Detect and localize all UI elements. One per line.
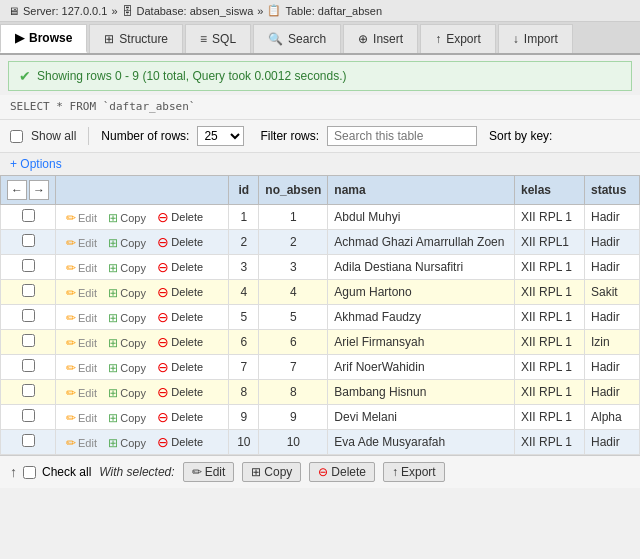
- check-all-checkbox[interactable]: [23, 466, 36, 479]
- edit-button-5[interactable]: ✏ Edit: [62, 310, 101, 326]
- info-message: Showing rows 0 - 9 (10 total, Query took…: [37, 69, 347, 83]
- footer-copy-button[interactable]: ⊞ Copy: [242, 462, 301, 482]
- search-tab-icon: 🔍: [268, 32, 283, 46]
- nav-right-arrow[interactable]: →: [29, 180, 49, 200]
- copy-button-3[interactable]: ⊞ Copy: [104, 260, 150, 276]
- data-table: ← → id no_absen nama kelas status ✏ Edit: [0, 175, 640, 455]
- show-all-checkbox[interactable]: [10, 130, 23, 143]
- row-checkbox-3[interactable]: [22, 259, 35, 272]
- row-id-cell: 6: [229, 330, 259, 355]
- row-checkbox-5[interactable]: [22, 309, 35, 322]
- row-checkbox-8[interactable]: [22, 384, 35, 397]
- delete-button-7[interactable]: ⊖ Delete: [153, 358, 207, 376]
- export-tab-label: Export: [446, 32, 481, 46]
- copy-button-7[interactable]: ⊞ Copy: [104, 360, 150, 376]
- copy-button-5[interactable]: ⊞ Copy: [104, 310, 150, 326]
- edit-button-2[interactable]: ✏ Edit: [62, 235, 101, 251]
- tab-sql[interactable]: ≡SQL: [185, 24, 251, 53]
- row-id-cell: 4: [229, 280, 259, 305]
- tab-browse[interactable]: ▶Browse: [0, 24, 87, 53]
- row-no-absen-cell: 8: [259, 380, 328, 405]
- footer-edit-button[interactable]: ✏ Edit: [183, 462, 235, 482]
- edit-button-8[interactable]: ✏ Edit: [62, 385, 101, 401]
- success-icon: ✔: [19, 68, 31, 84]
- delete-button-10[interactable]: ⊖ Delete: [153, 433, 207, 451]
- row-no-absen-cell: 6: [259, 330, 328, 355]
- rows-select[interactable]: 25 50 100: [197, 126, 244, 146]
- edit-button-4[interactable]: ✏ Edit: [62, 285, 101, 301]
- edit-button-9[interactable]: ✏ Edit: [62, 410, 101, 426]
- edit-button-7[interactable]: ✏ Edit: [62, 360, 101, 376]
- delete-button-5[interactable]: ⊖ Delete: [153, 308, 207, 326]
- row-status-cell: Hadir: [585, 205, 640, 230]
- footer-delete-button[interactable]: ⊖ Delete: [309, 462, 375, 482]
- edit-button-1[interactable]: ✏ Edit: [62, 210, 101, 226]
- tab-insert[interactable]: ⊕Insert: [343, 24, 418, 53]
- edit-label: Edit: [78, 237, 97, 249]
- edit-icon: ✏: [66, 211, 76, 225]
- show-all-label[interactable]: Show all: [31, 129, 76, 143]
- row-checkbox-10[interactable]: [22, 434, 35, 447]
- edit-button-10[interactable]: ✏ Edit: [62, 435, 101, 451]
- insert-tab-label: Insert: [373, 32, 403, 46]
- header-status[interactable]: status: [585, 176, 640, 205]
- delete-button-3[interactable]: ⊖ Delete: [153, 258, 207, 276]
- tab-export[interactable]: ↑Export: [420, 24, 496, 53]
- header-kelas[interactable]: kelas: [515, 176, 585, 205]
- copy-label: Copy: [120, 212, 146, 224]
- data-table-wrapper: ← → id no_absen nama kelas status ✏ Edit: [0, 175, 640, 455]
- copy-button-8[interactable]: ⊞ Copy: [104, 385, 150, 401]
- row-actions-cell: ✏ Edit ⊞ Copy ⊖ Delete: [56, 305, 229, 330]
- delete-button-6[interactable]: ⊖ Delete: [153, 333, 207, 351]
- copy-button-9[interactable]: ⊞ Copy: [104, 410, 150, 426]
- row-checkbox-9[interactable]: [22, 409, 35, 422]
- row-no-absen-cell: 7: [259, 355, 328, 380]
- tab-search[interactable]: 🔍Search: [253, 24, 341, 53]
- delete-label: Delete: [171, 336, 203, 348]
- options-bar[interactable]: + Options: [0, 153, 640, 175]
- copy-button-4[interactable]: ⊞ Copy: [104, 285, 150, 301]
- filter-input[interactable]: [327, 126, 477, 146]
- copy-button-1[interactable]: ⊞ Copy: [104, 210, 150, 226]
- copy-button-6[interactable]: ⊞ Copy: [104, 335, 150, 351]
- header-id[interactable]: id: [229, 176, 259, 205]
- row-checkbox-6[interactable]: [22, 334, 35, 347]
- tab-import[interactable]: ↓Import: [498, 24, 573, 53]
- title-sep1: »: [111, 5, 117, 17]
- check-all-label[interactable]: Check all: [42, 465, 91, 479]
- with-selected-label: With selected:: [99, 465, 174, 479]
- filter-label: Filter rows:: [260, 129, 319, 143]
- nav-left-arrow[interactable]: ←: [7, 180, 27, 200]
- row-nama-cell: Eva Ade Musyarafah: [328, 430, 515, 455]
- copy-label: Copy: [120, 387, 146, 399]
- row-actions-cell: ✏ Edit ⊞ Copy ⊖ Delete: [56, 430, 229, 455]
- footer-up-arrow[interactable]: ↑: [10, 464, 17, 480]
- row-checkbox-4[interactable]: [22, 284, 35, 297]
- copy-icon: ⊞: [108, 286, 118, 300]
- delete-button-8[interactable]: ⊖ Delete: [153, 383, 207, 401]
- copy-button-2[interactable]: ⊞ Copy: [104, 235, 150, 251]
- tab-structure[interactable]: ⊞Structure: [89, 24, 183, 53]
- row-checkbox-1[interactable]: [22, 209, 35, 222]
- copy-label: Copy: [120, 312, 146, 324]
- delete-button-4[interactable]: ⊖ Delete: [153, 283, 207, 301]
- copy-icon: ⊞: [108, 436, 118, 450]
- edit-button-3[interactable]: ✏ Edit: [62, 260, 101, 276]
- delete-button-1[interactable]: ⊖ Delete: [153, 208, 207, 226]
- footer-export-button[interactable]: ↑ Export: [383, 462, 445, 482]
- delete-button-2[interactable]: ⊖ Delete: [153, 233, 207, 251]
- copy-label: Copy: [120, 437, 146, 449]
- delete-button-9[interactable]: ⊖ Delete: [153, 408, 207, 426]
- table-row: ✏ Edit ⊞ Copy ⊖ Delete 1 1 Abdul Muhyi X…: [1, 205, 640, 230]
- table-row: ✏ Edit ⊞ Copy ⊖ Delete 2 2 Achmad Ghazi …: [1, 230, 640, 255]
- row-nama-cell: Bambang Hisnun: [328, 380, 515, 405]
- copy-button-10[interactable]: ⊞ Copy: [104, 435, 150, 451]
- header-no-absen[interactable]: no_absen: [259, 176, 328, 205]
- row-checkbox-2[interactable]: [22, 234, 35, 247]
- header-nama[interactable]: nama: [328, 176, 515, 205]
- edit-button-6[interactable]: ✏ Edit: [62, 335, 101, 351]
- edit-label: Edit: [78, 412, 97, 424]
- row-checkbox-7[interactable]: [22, 359, 35, 372]
- row-actions-cell: ✏ Edit ⊞ Copy ⊖ Delete: [56, 255, 229, 280]
- edit-label: Edit: [78, 262, 97, 274]
